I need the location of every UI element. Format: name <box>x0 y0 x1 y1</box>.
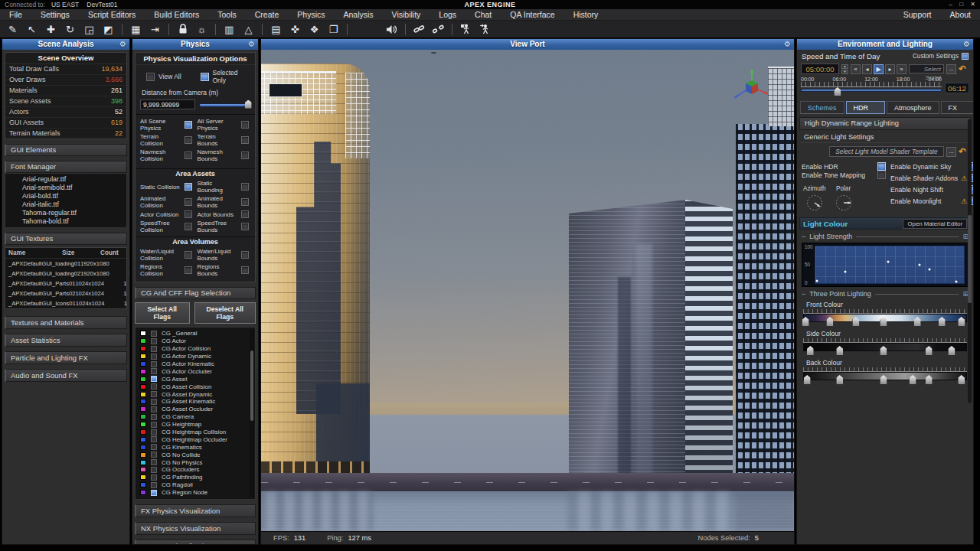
tab[interactable]: HDR Lighting <box>846 101 886 114</box>
checkbox[interactable] <box>877 162 886 171</box>
browse-script-button[interactable]: ... <box>946 64 956 74</box>
texture-row[interactable]: _APXDefaultGUI_Parts01 1024x1024 1 <box>5 279 126 289</box>
section-font-manager[interactable]: Font Manager <box>5 161 127 173</box>
viewport-3d-scene[interactable] <box>261 50 794 531</box>
font-item[interactable]: Arial-regular.ttf <box>5 175 126 184</box>
colour-gradient-bar[interactable] <box>803 314 967 322</box>
colour-gradient-bar[interactable] <box>803 372 967 380</box>
gradient-handle[interactable] <box>852 317 859 326</box>
gradient-handle[interactable] <box>880 317 887 326</box>
materials-tool-icon[interactable]: ▤ <box>266 22 286 37</box>
collapsed-section[interactable]: Textures and Materials <box>5 316 127 329</box>
viewport-header[interactable]: View Port⚙ <box>261 39 794 50</box>
gradient-handle[interactable] <box>880 375 887 384</box>
light-strength-point[interactable] <box>844 271 846 273</box>
gear-icon[interactable]: ⚙ <box>963 39 970 50</box>
font-item[interactable]: Arial-italic.ttf <box>5 201 126 209</box>
deselect-all-flags-button[interactable]: Deselect All Flags <box>194 302 256 324</box>
colour-gradient-bar[interactable] <box>803 343 967 351</box>
flag-checkbox[interactable] <box>151 452 157 458</box>
flag-row[interactable]: CG Region Node <box>140 489 255 497</box>
stamp-tool-icon[interactable]: ✎ <box>3 22 22 37</box>
flag-row[interactable]: CG Asset Dynamic <box>140 390 255 398</box>
flag-checkbox[interactable] <box>151 399 157 405</box>
flag-row[interactable]: CG No Physics <box>140 458 255 466</box>
gear-icon[interactable]: ⚙ <box>784 39 791 50</box>
flag-row[interactable]: CG Ragdoll <box>140 481 255 489</box>
texture-row[interactable]: _APXDefaultGUI_Icons01 1024x1024 1 <box>5 298 126 308</box>
hdr-section-header[interactable]: High Dynamic Range Lighting <box>799 117 971 130</box>
col-name[interactable]: Name <box>8 248 62 258</box>
flag-row[interactable]: CG Asset <box>140 375 255 383</box>
section-gui-textures[interactable]: GUI Textures <box>5 233 127 245</box>
light-strength-point[interactable] <box>956 280 958 282</box>
flag-row[interactable]: CG Kinematics <box>140 443 255 451</box>
walk-target-tool-icon[interactable] <box>475 22 495 37</box>
col-size[interactable]: Size <box>62 248 100 258</box>
flag-row[interactable]: CG Actor <box>140 337 255 345</box>
flag-checkbox[interactable] <box>151 422 157 428</box>
checkbox[interactable] <box>241 198 249 206</box>
flag-checkbox[interactable] <box>151 383 157 390</box>
time-of-day-input[interactable]: 05:00:00 <box>801 64 839 74</box>
flag-checkbox[interactable] <box>151 459 157 465</box>
col-count[interactable]: Count <box>100 248 123 258</box>
checkbox[interactable] <box>185 266 192 274</box>
menu-item[interactable]: Create <box>246 9 289 21</box>
collapsed-section[interactable]: FX Physics Visualization <box>135 504 256 517</box>
open-material-editor-button[interactable]: Open Material Editor <box>903 219 967 229</box>
picker-tool-icon[interactable]: ✜ <box>286 22 305 37</box>
flag-row[interactable]: CG Camera <box>140 413 255 421</box>
minimize-button[interactable]: – <box>949 1 952 8</box>
browse-template-button[interactable]: ... <box>946 147 956 157</box>
link-tool-icon[interactable] <box>410 22 429 37</box>
menu-item[interactable]: Build Editors <box>145 9 208 21</box>
checkbox[interactable] <box>241 183 249 191</box>
checkbox[interactable] <box>241 210 249 218</box>
close-button[interactable]: ✕ <box>970 1 975 8</box>
checkbox[interactable] <box>185 121 192 129</box>
gradient-handle[interactable] <box>802 317 809 326</box>
flag-checkbox[interactable] <box>151 391 157 397</box>
reset-script-button[interactable]: ↶ <box>959 64 969 74</box>
gradient-handle[interactable] <box>836 375 843 384</box>
menu-item[interactable]: File <box>0 9 31 21</box>
select-all-flags-button[interactable]: Select All Flags <box>135 302 190 324</box>
custom-settings-checkbox[interactable] <box>962 53 969 60</box>
spin-up-button[interactable]: ▲ <box>841 64 848 69</box>
flag-checkbox[interactable] <box>151 368 157 374</box>
flag-list-scrollbar[interactable] <box>250 329 254 497</box>
flag-checkbox[interactable] <box>151 490 157 496</box>
flag-checkbox[interactable] <box>151 429 157 435</box>
section-gui-elements[interactable]: GUI Elements <box>5 144 127 156</box>
tab[interactable]: Schemes <box>800 101 844 114</box>
axis-gizmo[interactable] <box>727 65 769 109</box>
gradient-handle[interactable] <box>914 317 921 326</box>
texture-row[interactable]: _APXDefaultGUI_loading02 1920x1080 1 <box>5 269 126 279</box>
scale-tool-icon[interactable]: ◲ <box>80 22 99 37</box>
tab[interactable]: Atmosphere <box>887 101 939 114</box>
environment-header[interactable]: Environment and Lighting⚙ <box>797 39 973 50</box>
lock-tool-icon[interactable] <box>173 22 192 37</box>
checkbox[interactable] <box>185 136 192 144</box>
gradient-handle[interactable] <box>826 317 833 326</box>
page-tool-icon[interactable]: ❐ <box>324 22 343 37</box>
menu-item[interactable]: History <box>564 9 608 21</box>
collapsed-section[interactable]: NX Apex Visualization <box>135 540 256 545</box>
flag-checkbox[interactable] <box>151 444 157 450</box>
flag-checkbox[interactable] <box>151 467 157 473</box>
flag-row[interactable]: CG Asset Kinematic <box>140 398 255 406</box>
maximize-button[interactable]: □ <box>959 1 963 8</box>
rotate-tool-icon[interactable]: ↻ <box>60 22 80 37</box>
menu-item[interactable]: Physics <box>288 9 334 21</box>
collapse-icon[interactable]: − <box>802 233 805 240</box>
checkbox[interactable] <box>241 251 249 259</box>
transport-button[interactable]: ▶ <box>874 64 884 74</box>
transport-button[interactable]: « <box>851 64 861 74</box>
menu-item[interactable]: Script Editors <box>79 9 145 21</box>
ramp-tool-icon[interactable]: △ <box>239 22 258 37</box>
menu-item[interactable]: QA Interface <box>501 9 564 21</box>
move-tool-icon[interactable]: ✚ <box>41 22 60 37</box>
collapsed-section[interactable]: Asset Statistics <box>5 334 127 347</box>
menu-item[interactable]: Tools <box>208 9 246 21</box>
